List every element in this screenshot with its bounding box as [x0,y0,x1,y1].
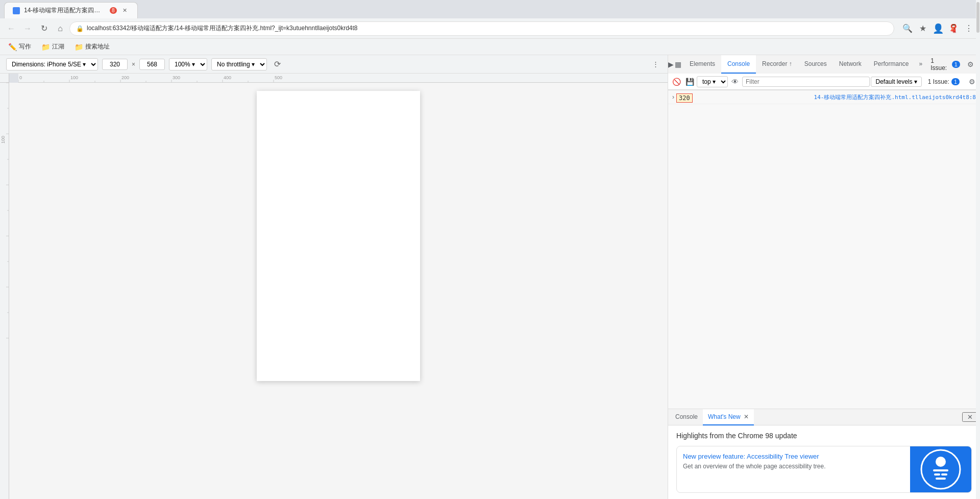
main-content: Dimensions: iPhone 5/SE ▾ × 100% ▾ No th… [0,55,980,499]
menu-button[interactable]: ⋮ [962,21,976,36]
svg-text:400: 400 [224,75,231,80]
address-text: localhost:63342/移动端适配方案/14-移动端常用适配方案四补充.… [87,24,358,33]
bookmark-search-addr[interactable]: 📁 搜索地址 [70,40,114,53]
tab-console[interactable]: Console [721,55,756,74]
bottom-tab-whats-new[interactable]: What's New ✕ [703,409,754,425]
tab-elements[interactable]: Elements [683,55,721,74]
tab-bar: 14-移动端常用适配方案四补充 8 ✕ [0,0,980,18]
clear-console-button[interactable]: 🚫 [670,76,682,88]
console-expand-icon[interactable]: › [672,93,674,101]
tab-title: 14-移动端常用适配方案四补充 [24,6,106,15]
tab-sources-label: Sources [804,60,827,67]
reload-button[interactable]: ↻ [37,21,51,36]
bookmark-jianghu-label: 江湖 [52,42,64,51]
search-button[interactable]: 🔍 [900,21,915,36]
device-more-button[interactable]: ⋮ [649,58,662,70]
profile-button[interactable]: 👤 [931,21,945,36]
whats-new-card-title[interactable]: New preview feature: Accessibility Tree … [683,453,898,460]
device-toolbar: Dimensions: iPhone 5/SE ▾ × 100% ▾ No th… [0,55,668,74]
default-levels-button[interactable]: Default levels ▾ [871,77,921,87]
svg-text:0: 0 [19,75,22,80]
bookmark-button[interactable]: ★ [916,21,930,36]
zoom-selector[interactable]: 100% ▾ [169,58,207,70]
bookmark-writing[interactable]: ✏️ 写作 [4,40,35,53]
rotate-button[interactable]: ⟳ [271,58,283,70]
back-button[interactable]: ← [4,21,18,36]
devtools-header: ▶ ▦ Elements Console Recorder ↑ Sources [668,55,980,90]
svg-text:100: 100 [70,75,78,80]
bookmarks-bar: ✏️ 写作 📁 江湖 📁 搜索地址 [0,39,980,55]
preserve-log-button[interactable]: 💾 [683,76,696,88]
dimension-x-separator: × [132,61,135,68]
whats-new-card-image [910,446,971,492]
tab-performance-label: Performance [874,60,909,67]
ruler-corner [0,74,9,83]
svg-text:300: 300 [173,75,180,80]
tab-recorder-label: Recorder ↑ [762,60,792,67]
extensions-button[interactable]: 🧣 [946,21,961,36]
ruler-row: 0 100 200 300 400 [0,74,668,83]
bookmark-search-addr-label: 搜索地址 [85,42,110,51]
browser-tab[interactable]: 14-移动端常用适配方案四补充 8 ✕ [4,2,138,18]
console-scope-select[interactable]: top ▾ [697,76,728,87]
tab-console-label: Console [727,60,750,67]
page-background [9,83,668,499]
console-source-link[interactable]: 14-移动端常用适配方案四补充.html​.tllaei​jots0krd4t8… [814,93,976,101]
tab-network[interactable]: Network [833,55,868,74]
home-button[interactable]: ⌂ [53,21,67,36]
bookmark-search-addr-icon: 📁 [75,43,83,51]
whats-new-card-body: New preview feature: Accessibility Tree … [677,446,904,492]
issues-count[interactable]: 1 [952,61,960,68]
tab-sources[interactable]: Sources [798,55,833,74]
device-selector[interactable]: Dimensions: iPhone 5/SE ▾ [6,58,98,70]
issues-label: 1 Issue: [930,57,950,72]
more-tabs-label: » [919,60,923,67]
bookmark-jianghu[interactable]: 📁 江湖 [37,40,68,53]
devtools-scrollbar[interactable] [976,55,980,499]
width-input[interactable] [102,59,128,70]
browser-actions: 🔍 ★ 👤 🧣 ⋮ [900,21,976,36]
vertical-ruler: 100 [0,83,9,499]
svg-rect-33 [941,473,947,476]
bookmark-writing-label: 写作 [19,42,31,51]
tab-badge: 8 [110,7,117,14]
page-viewport-area: Dimensions: iPhone 5/SE ▾ × 100% ▾ No th… [0,55,668,499]
tab-performance[interactable]: Performance [868,55,915,74]
eye-button[interactable]: 👁 [729,76,741,88]
bottom-panel-tabs: Console What's New ✕ ✕ [668,409,980,425]
address-bar[interactable]: 🔒 localhost:63342/移动端适配方案/14-移动端常用适配方案四补… [69,21,894,36]
whats-new-content: Highlights from the Chrome 98 update New… [668,425,980,499]
console-value-highlighted: 320 [676,93,693,103]
devtools-console-toolbar: 🚫 💾 top ▾ 👁 Default levels ▾ 1 Issue: [668,74,980,90]
tab-close-button[interactable]: ✕ [121,7,129,15]
svg-text:100: 100 [1,136,6,144]
bottom-tab-close-icon[interactable]: ✕ [744,413,749,420]
horizontal-ruler: 0 100 200 300 400 [18,74,668,83]
svg-text:200: 200 [121,75,129,80]
forward-button[interactable]: → [20,21,35,36]
svg-point-30 [936,457,946,467]
devtools-tabs: ▶ ▦ Elements Console Recorder ↑ Sources [668,55,980,74]
browser-window: 14-移动端常用适配方案四补充 8 ✕ ← → ↻ ⌂ 🔒 localhost:… [0,0,980,499]
console-filter-input[interactable] [742,77,870,87]
bottom-tab-whats-new-label: What's New [708,413,741,420]
tab-recorder[interactable]: Recorder ↑ [756,55,798,74]
svg-rect-34 [936,478,946,480]
bookmark-writing-icon: ✏️ [8,43,17,51]
devtools-more-tabs[interactable]: » [915,55,927,74]
issues-badge: 1 Issue: 1 [926,56,964,73]
inspect-element-button[interactable]: ▶ [668,58,674,70]
phone-screen [257,91,420,381]
svg-rect-32 [934,473,940,476]
throttle-selector[interactable]: No throttling ▾ [211,58,267,70]
toolbar-issues-count[interactable]: 1 [951,78,960,85]
bottom-tab-console-label: Console [675,413,698,420]
bottom-tab-console[interactable]: Console [670,409,703,425]
device-toggle-button[interactable]: ▦ [675,58,681,70]
whats-new-card-desc: Get an overview of the whole page access… [683,462,898,471]
devtools-settings-button[interactable]: ⚙ [965,58,976,70]
tab-favicon [13,7,20,14]
height-input[interactable] [139,59,165,70]
tab-elements-label: Elements [690,60,715,67]
browser-toolbar: ← → ↻ ⌂ 🔒 localhost:63342/移动端适配方案/14-移动端… [0,18,980,39]
